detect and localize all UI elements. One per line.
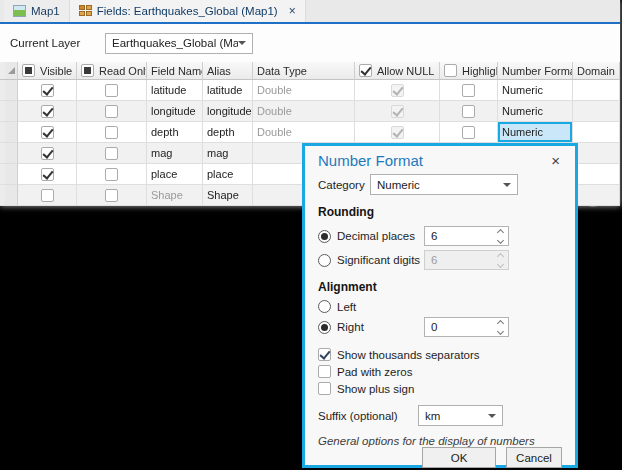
- allow-null-header-checkbox[interactable]: [359, 64, 372, 77]
- visible-checkbox[interactable]: [41, 147, 54, 160]
- decimal-places-spinner[interactable]: 6: [424, 226, 509, 246]
- suffix-dropdown[interactable]: km: [418, 405, 503, 426]
- read-only-header-checkbox[interactable]: [81, 64, 94, 77]
- current-layer-combobox[interactable]: Earthquakes_Global (Map1): [105, 33, 253, 54]
- domain-cell[interactable]: [573, 143, 620, 164]
- field-name-cell[interactable]: longitude: [147, 101, 203, 122]
- significant-digits-value: 6: [425, 254, 493, 266]
- col-header-visible[interactable]: Visible: [18, 62, 77, 80]
- read-only-checkbox[interactable]: [105, 189, 118, 202]
- number-format-cell[interactable]: Numeric: [498, 101, 573, 122]
- visible-checkbox[interactable]: [41, 105, 54, 118]
- visible-checkbox[interactable]: [41, 189, 54, 202]
- alias-cell[interactable]: longitude: [203, 101, 253, 122]
- row-selector[interactable]: [5, 122, 18, 143]
- alias-cell[interactable]: depth: [203, 122, 253, 143]
- col-header-allow-null[interactable]: Allow NULL: [355, 62, 440, 80]
- spinner-down-icon[interactable]: [497, 236, 504, 243]
- read-only-checkbox[interactable]: [105, 147, 118, 160]
- row-selector[interactable]: [5, 80, 18, 101]
- decimal-places-label: Decimal places: [337, 230, 424, 242]
- ok-button[interactable]: OK: [422, 447, 496, 468]
- row-selector[interactable]: [5, 101, 18, 122]
- align-left-radio[interactable]: [318, 300, 331, 313]
- pad-with-zeros-checkbox[interactable]: [318, 365, 331, 378]
- field-name-cell[interactable]: latitude: [147, 80, 203, 101]
- right-padding-value: 0: [425, 321, 493, 333]
- tab-map1[interactable]: Map1: [4, 0, 70, 22]
- domain-cell[interactable]: [573, 122, 620, 143]
- spinner-down-icon[interactable]: [497, 327, 504, 334]
- field-name-cell[interactable]: depth: [147, 122, 203, 143]
- alias-cell[interactable]: place: [203, 164, 253, 185]
- show-thousands-checkbox[interactable]: [318, 348, 331, 361]
- cancel-button[interactable]: Cancel: [506, 447, 562, 468]
- domain-cell[interactable]: [573, 164, 620, 185]
- highlight-header-checkbox[interactable]: [444, 64, 457, 77]
- visible-checkbox[interactable]: [41, 126, 54, 139]
- read-only-checkbox[interactable]: [105, 168, 118, 181]
- chevron-down-icon: [488, 414, 496, 418]
- alias-cell[interactable]: Shape: [203, 185, 253, 206]
- align-right-radio[interactable]: [318, 321, 331, 334]
- col-header-data-type[interactable]: Data Type: [253, 62, 355, 80]
- suffix-value: km: [425, 410, 488, 422]
- screenshot-stage: Map1 Fields: Earthquakes_Global (Map1) ×…: [0, 0, 622, 470]
- spinner-up-icon: [497, 252, 504, 259]
- domain-cell[interactable]: [573, 80, 620, 101]
- significant-digits-spinner: 6: [424, 250, 509, 270]
- visible-checkbox[interactable]: [41, 84, 54, 97]
- select-all-corner[interactable]: [5, 62, 18, 80]
- category-dropdown[interactable]: Numeric: [370, 174, 518, 195]
- col-header-number-format[interactable]: Number Format: [498, 62, 573, 80]
- number-format-cell[interactable]: Numeric: [498, 80, 573, 101]
- view-tab-strip: Map1 Fields: Earthquakes_Global (Map1) ×: [0, 0, 620, 22]
- tab-fields-earthquakes[interactable]: Fields: Earthquakes_Global (Map1) ×: [70, 0, 306, 22]
- align-left-label: Left: [337, 301, 424, 313]
- show-plus-sign-checkbox[interactable]: [318, 382, 331, 395]
- category-value: Numeric: [377, 179, 503, 191]
- fields-table-icon: [79, 5, 92, 17]
- allow-null-checkbox: [391, 105, 404, 118]
- data-type-cell[interactable]: Double: [253, 101, 355, 122]
- row-selector[interactable]: [5, 164, 18, 185]
- row-selector[interactable]: [5, 143, 18, 164]
- highlight-checkbox[interactable]: [462, 84, 475, 97]
- domain-cell[interactable]: [573, 101, 620, 122]
- allow-null-checkbox: [391, 126, 404, 139]
- spinner-up-icon[interactable]: [497, 228, 504, 235]
- domain-cell[interactable]: [573, 185, 620, 206]
- read-only-checkbox[interactable]: [105, 84, 118, 97]
- number-format-cell-selected[interactable]: Numeric: [498, 122, 573, 143]
- significant-digits-radio[interactable]: [318, 254, 331, 267]
- col-header-read-only[interactable]: Read Only: [77, 62, 147, 80]
- read-only-checkbox[interactable]: [105, 105, 118, 118]
- chevron-down-icon: [238, 41, 246, 45]
- visible-checkbox[interactable]: [41, 168, 54, 181]
- map-icon: [13, 5, 26, 17]
- read-only-checkbox[interactable]: [105, 126, 118, 139]
- highlight-checkbox[interactable]: [462, 105, 475, 118]
- data-type-cell[interactable]: Double: [253, 122, 355, 143]
- tab-close-icon[interactable]: ×: [289, 5, 296, 17]
- visible-header-checkbox[interactable]: [22, 64, 35, 77]
- field-name-cell[interactable]: Shape: [147, 185, 203, 206]
- alias-cell[interactable]: mag: [203, 143, 253, 164]
- data-type-cell[interactable]: Double: [253, 80, 355, 101]
- alias-cell[interactable]: latitude: [203, 80, 253, 101]
- row-selector[interactable]: [5, 185, 18, 206]
- dialog-close-icon[interactable]: ×: [549, 153, 562, 168]
- alignment-heading: Alignment: [318, 280, 562, 294]
- decimal-places-radio[interactable]: [318, 230, 331, 243]
- right-padding-spinner[interactable]: 0: [424, 317, 509, 337]
- spinner-up-icon[interactable]: [497, 319, 504, 326]
- col-header-field-name[interactable]: Field Name: [147, 62, 203, 80]
- align-right-label: Right: [337, 321, 424, 333]
- allow-null-header-label: Allow NULL: [377, 65, 434, 77]
- col-header-highlight[interactable]: Highlight: [440, 62, 498, 80]
- field-name-cell[interactable]: mag: [147, 143, 203, 164]
- highlight-checkbox[interactable]: [462, 126, 475, 139]
- col-header-domain[interactable]: Domain: [573, 62, 620, 80]
- col-header-alias[interactable]: Alias: [203, 62, 253, 80]
- field-name-cell[interactable]: place: [147, 164, 203, 185]
